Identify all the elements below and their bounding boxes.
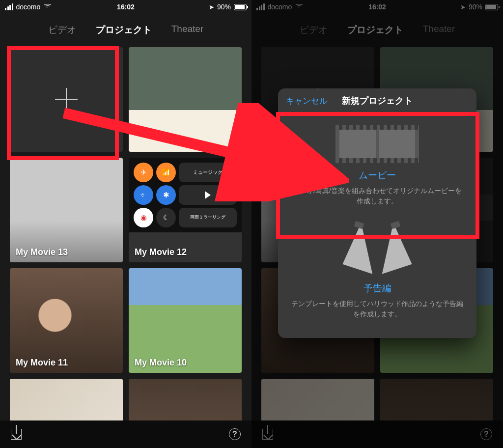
project-tile[interactable]: My Movie 11 [10, 268, 123, 373]
bottom-toolbar: ? [0, 420, 252, 448]
clock: 16:02 [0, 3, 252, 11]
plus-icon [55, 88, 78, 111]
tab-theater[interactable]: Theater [171, 24, 203, 36]
project-tile[interactable]: ✈📶ミュージック ᯤ✱ ◉☾画面ミラーリング My Movie 12 [129, 158, 242, 262]
help-icon[interactable]: ? [229, 428, 241, 440]
help-icon[interactable]: ? [480, 428, 492, 440]
filmstrip-icon [335, 125, 419, 163]
movie-option-title: ムービー [291, 169, 464, 182]
status-bar: docomo 16:02 ➤ 90% [252, 0, 503, 14]
battery-icon [485, 4, 498, 10]
sheet-title: 新規プロジェクト [342, 95, 413, 107]
cancel-button[interactable]: キャンセル [286, 95, 328, 107]
download-icon[interactable] [11, 429, 22, 440]
bottom-toolbar: ? [252, 420, 503, 448]
project-label: My Movie 11 [16, 358, 68, 368]
project-grid: My Movie 13 ✈📶ミュージック ᯤ✱ ◉☾画面ミラーリング My Mo… [0, 47, 252, 448]
project-label: My Movie 13 [16, 247, 68, 257]
movie-option-desc: ビデオ/写真/音楽を組み合わせてオリジナルムービーを作成します。 [291, 186, 464, 206]
trailer-option[interactable]: 予告編 テンプレートを使用してハリウッド作品のような予告編を作成します。 [278, 213, 476, 326]
project-label: My Movie 10 [135, 358, 187, 368]
battery-icon [234, 4, 247, 10]
tab-project[interactable]: プロジェクト [96, 24, 152, 36]
project-tile[interactable] [129, 47, 242, 152]
movie-option[interactable]: ムービー ビデオ/写真/音楽を組み合わせてオリジナルムービーを作成します。 [278, 113, 476, 213]
control-center-thumbnail: ✈📶ミュージック ᯤ✱ ◉☾画面ミラーリング [129, 158, 242, 232]
new-project-tile[interactable] [10, 47, 123, 152]
trailer-option-desc: テンプレートを使用してハリウッド作品のような予告編を作成します。 [291, 299, 464, 319]
tab-video[interactable]: ビデオ [48, 24, 76, 36]
tab-video[interactable]: ビデオ [300, 24, 328, 36]
tab-theater[interactable]: Theater [423, 24, 455, 36]
top-tabs: ビデオ プロジェクト Theater [0, 14, 252, 47]
status-bar: docomo 16:02 ➤ 90% [0, 0, 252, 14]
tab-project[interactable]: プロジェクト [347, 24, 403, 36]
clock: 16:02 [252, 3, 503, 11]
project-label: My Movie 12 [135, 247, 187, 257]
trailer-option-title: 予告編 [291, 282, 464, 295]
phone-screen-left: docomo 16:02 ➤ 90% ビデオ プロジェクト Theater My… [0, 0, 252, 448]
project-tile[interactable]: My Movie 10 [129, 268, 242, 373]
new-project-sheet: キャンセル 新規プロジェクト ムービー ビデオ/写真/音楽を組み合わせてオリジナ… [278, 88, 476, 338]
spotlight-icon [348, 222, 407, 276]
phone-screen-right: docomo 16:02 ➤ 90% ビデオ プロジェクト Theater ? … [252, 0, 503, 448]
project-tile[interactable]: My Movie 13 [10, 158, 123, 262]
download-icon[interactable] [262, 429, 273, 440]
top-tabs: ビデオ プロジェクト Theater [252, 14, 503, 47]
